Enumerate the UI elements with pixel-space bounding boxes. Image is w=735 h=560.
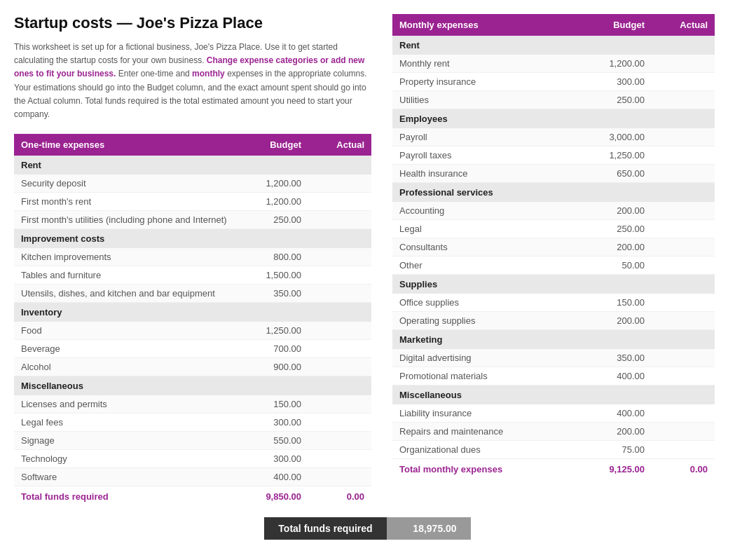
- row-actual: [308, 340, 371, 358]
- row-budget: 250.00: [252, 211, 308, 229]
- row-label: Utilities: [392, 91, 596, 109]
- row-actual: [652, 91, 715, 109]
- section-header: Employees: [392, 109, 715, 129]
- row-label: Property insurance: [392, 73, 596, 91]
- row-actual: [308, 414, 371, 432]
- row-budget: 400.00: [596, 404, 652, 423]
- row-label: Software: [14, 468, 252, 486]
- row-actual: [652, 165, 715, 183]
- row-label: Other: [392, 257, 596, 275]
- table-row: Software 400.00: [14, 468, 371, 486]
- section-header: Rent: [14, 156, 371, 175]
- row-budget: 300.00: [596, 73, 652, 91]
- row-actual: [308, 175, 371, 193]
- one-time-budget-header: Budget: [252, 134, 308, 156]
- footer-bar: Total funds required 18,975.00: [14, 517, 721, 540]
- one-time-label-header: One-time expenses: [14, 134, 252, 156]
- row-budget: 250.00: [596, 91, 652, 109]
- row-actual: [308, 358, 371, 376]
- row-actual: [652, 128, 715, 146]
- left-panel: Startup costs — Joe's Pizza Place This w…: [14, 14, 371, 507]
- row-label: Beverage: [14, 340, 252, 358]
- row-label: Legal: [392, 220, 596, 238]
- table-row: Legal 250.00: [392, 220, 715, 238]
- row-actual: [652, 55, 715, 73]
- row-actual: [308, 266, 371, 285]
- row-actual: [308, 468, 371, 486]
- monthly-actual-header: Actual: [652, 14, 715, 36]
- row-label: Repairs and maintenance: [392, 423, 596, 441]
- table-row: First month's rent 1,200.00: [14, 193, 371, 211]
- total-label: Total monthly expenses: [392, 459, 596, 480]
- row-label: Organizational dues: [392, 441, 596, 459]
- row-budget: 200.00: [596, 238, 652, 257]
- row-actual: [652, 294, 715, 312]
- row-budget: 700.00: [252, 340, 308, 358]
- row-label: Utensils, dishes, and kitchen and bar eq…: [14, 285, 252, 303]
- section-header: Inventory: [14, 303, 371, 322]
- table-row: Property insurance 300.00: [392, 73, 715, 91]
- table-row: Alcohol 900.00: [14, 358, 371, 376]
- row-budget: 400.00: [252, 468, 308, 486]
- table-row: Licenses and permits 150.00: [14, 395, 371, 414]
- row-budget: 650.00: [596, 165, 652, 183]
- row-label: First month's utilities (including phone…: [14, 211, 252, 229]
- table-row: Utensils, dishes, and kitchen and bar eq…: [14, 285, 371, 303]
- table-row: Security deposit 1,200.00: [14, 175, 371, 193]
- table-row: Organizational dues 75.00: [392, 441, 715, 459]
- section-header: Miscellaneous: [14, 376, 371, 396]
- row-label: Payroll taxes: [392, 146, 596, 165]
- row-actual: [652, 73, 715, 91]
- row-actual: [308, 432, 371, 450]
- row-budget: 250.00: [596, 220, 652, 238]
- row-actual: [652, 423, 715, 441]
- section-header: Professional services: [392, 183, 715, 203]
- table-row: Repairs and maintenance 200.00: [392, 423, 715, 441]
- row-label: First month's rent: [14, 193, 252, 211]
- monthly-label-header: Monthly expenses: [392, 14, 596, 36]
- section-header: Supplies: [392, 275, 715, 294]
- page-title: Startup costs — Joe's Pizza Place: [14, 14, 371, 32]
- row-actual: [652, 238, 715, 257]
- section-header: Improvement costs: [14, 229, 371, 249]
- row-budget: 150.00: [252, 395, 308, 414]
- monthly-expenses-table: Monthly expenses Budget Actual Rent Mont…: [392, 14, 715, 479]
- row-budget: 50.00: [596, 257, 652, 275]
- section-header: Marketing: [392, 330, 715, 350]
- total-budget: 9,125.00: [596, 459, 652, 480]
- row-actual: [652, 312, 715, 330]
- table-row: Consultants 200.00: [392, 238, 715, 257]
- row-budget: 150.00: [596, 294, 652, 312]
- row-label: Security deposit: [14, 175, 252, 193]
- row-label: Food: [14, 322, 252, 340]
- table-row: Signage 550.00: [14, 432, 371, 450]
- row-label: Accounting: [392, 202, 596, 220]
- table-row: Legal fees 300.00: [14, 414, 371, 432]
- row-budget: 75.00: [596, 441, 652, 459]
- one-time-actual-header: Actual: [308, 134, 371, 156]
- row-label: Signage: [14, 432, 252, 450]
- row-actual: [652, 349, 715, 367]
- row-budget: 1,200.00: [252, 175, 308, 193]
- main-container: Startup costs — Joe's Pizza Place This w…: [14, 14, 721, 507]
- table-row: First month's utilities (including phone…: [14, 211, 371, 229]
- section-header: Miscellaneous: [392, 385, 715, 405]
- footer-label: Total funds required: [264, 517, 386, 540]
- row-budget: 300.00: [252, 450, 308, 468]
- row-budget: 1,200.00: [252, 193, 308, 211]
- row-budget: 350.00: [252, 285, 308, 303]
- row-label: Liability insurance: [392, 404, 596, 423]
- table-row: Office supplies 150.00: [392, 294, 715, 312]
- row-actual: [652, 257, 715, 275]
- row-actual: [652, 146, 715, 165]
- row-actual: [308, 285, 371, 303]
- row-actual: [308, 395, 371, 414]
- row-budget: 900.00: [252, 358, 308, 376]
- row-label: Health insurance: [392, 165, 596, 183]
- total-budget: 9,850.00: [252, 486, 308, 507]
- total-row: Total funds required 9,850.00 0.00: [14, 486, 371, 507]
- one-time-expenses-table: One-time expenses Budget Actual Rent Sec…: [14, 134, 371, 507]
- row-actual: [652, 441, 715, 459]
- row-actual: [652, 367, 715, 385]
- row-label: Payroll: [392, 128, 596, 146]
